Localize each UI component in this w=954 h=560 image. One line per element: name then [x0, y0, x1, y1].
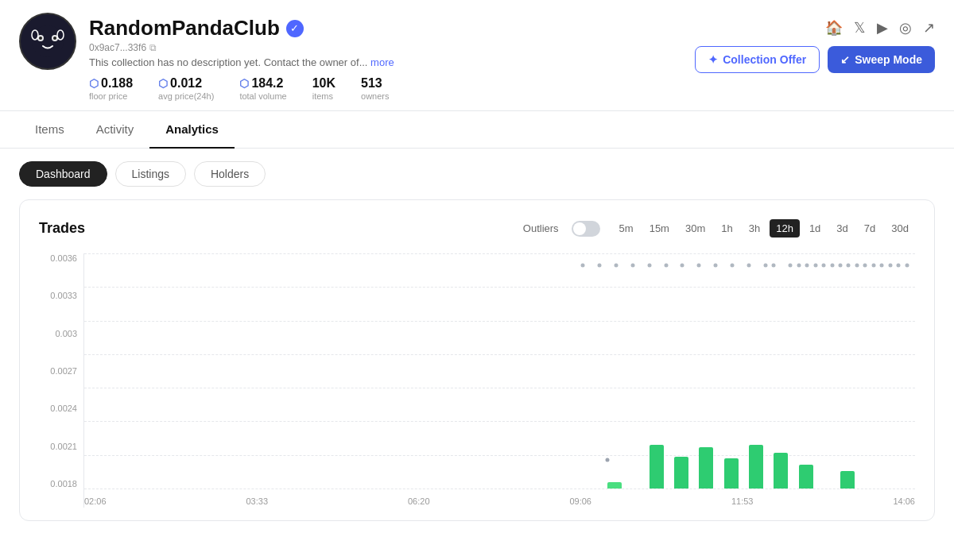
scatter-dot: [855, 263, 859, 267]
x-label: 09:06: [569, 496, 591, 506]
time-btn-5m[interactable]: 5m: [613, 219, 640, 238]
chart-controls: Outliers 5m 15m 30m 1h 3h 12h 1d 3d 7d 3…: [523, 219, 915, 238]
scatter-dot: [897, 263, 901, 267]
scatter-dot: [714, 263, 718, 267]
scatter-dot: [813, 263, 817, 267]
scatter-dot: [697, 263, 701, 267]
y-label: 0.0024: [39, 404, 83, 413]
verified-badge: ✓: [286, 20, 304, 37]
time-btn-3h[interactable]: 3h: [743, 219, 766, 238]
sub-tab-listings[interactable]: Listings: [115, 161, 186, 187]
sub-tab-dashboard[interactable]: Dashboard: [19, 161, 107, 187]
scatter-dot: [772, 263, 776, 267]
scatter-dot: [747, 263, 751, 267]
y-label: 0.0036: [39, 253, 83, 263]
svg-point-3: [39, 37, 42, 40]
time-btn-1h[interactable]: 1h: [715, 219, 739, 238]
chart-area: 0.00360.00330.0030.00270.00240.00210.001…: [39, 253, 915, 508]
chart-bar: [774, 453, 788, 489]
scatter-dot: [905, 263, 909, 267]
outliers-toggle[interactable]: [572, 221, 600, 237]
discord-icon[interactable]: ◎: [899, 19, 912, 37]
x-label: 14:06: [893, 496, 915, 506]
stat-items: 10K items: [312, 76, 335, 101]
time-btn-7d[interactable]: 7d: [858, 219, 882, 238]
sub-tab-holders[interactable]: Holders: [194, 161, 266, 187]
time-btn-30m[interactable]: 30m: [679, 219, 712, 238]
contract-address: 0x9ac7...33f6 ⧉: [89, 42, 394, 53]
collection-name: RandomPandaClub: [89, 16, 280, 41]
scatter-dot: [847, 263, 851, 267]
time-btn-15m[interactable]: 15m: [643, 219, 676, 238]
scatter-dot: [614, 263, 618, 267]
share-icon[interactable]: ↗: [923, 19, 935, 37]
sub-tabs: Dashboard Listings Holders: [0, 149, 954, 199]
scatter-dot: [880, 263, 884, 267]
stat-total-volume: ⬡ 184.2 total volume: [239, 76, 286, 101]
outliers-label: Outliers: [523, 222, 559, 234]
chart-title: Trades: [39, 220, 85, 237]
chart-plot: 02:0603:3306:2009:0611:5314:06: [83, 253, 915, 508]
scatter-dot: [822, 263, 826, 267]
eth-icon: ⬡: [89, 77, 99, 90]
twitter-icon[interactable]: 𝕏: [854, 19, 866, 37]
tab-analytics[interactable]: Analytics: [149, 111, 235, 149]
tab-items[interactable]: Items: [19, 111, 80, 149]
x-axis: 02:0603:3306:2009:0611:5314:06: [84, 489, 915, 508]
copy-icon[interactable]: ⧉: [149, 42, 157, 53]
chart-bar: [674, 457, 688, 489]
scatter-dot: [797, 263, 801, 267]
action-buttons: ✦ Collection Offer ↙ Sweep Mode: [695, 46, 935, 73]
home-icon[interactable]: 🏠: [825, 19, 843, 37]
eth-icon-3: ⬡: [239, 77, 249, 90]
chart-bar: [607, 482, 622, 489]
scatter-dot: [789, 263, 793, 267]
scatter-dot: [763, 263, 767, 267]
scatter-dot: [647, 263, 651, 267]
x-label: 06:20: [408, 496, 430, 506]
name-row: RandomPandaClub ✓: [89, 16, 394, 41]
scatter-dot: [664, 263, 668, 267]
collection-info-section: RandomPandaClub ✓ 0x9ac7...33f6 ⧉ This c…: [19, 13, 394, 110]
scatter-dot: [681, 263, 684, 267]
time-btn-30d[interactable]: 30d: [885, 219, 915, 238]
scatter-dot: [597, 263, 601, 267]
sweep-icon: ↙: [840, 53, 850, 66]
chart-bar: [699, 447, 713, 489]
sweep-mode-button[interactable]: ↙ Sweep Mode: [828, 46, 935, 73]
scatter-dot: [863, 263, 867, 267]
y-label: 0.0033: [39, 291, 83, 300]
time-btn-1d[interactable]: 1d: [803, 219, 827, 238]
svg-point-6: [57, 30, 64, 40]
chart-bar: [799, 465, 813, 489]
youtube-icon[interactable]: ▶: [877, 19, 888, 37]
scatter-dot: [838, 263, 842, 267]
scatter-dot: [731, 263, 735, 267]
y-label: 0.0027: [39, 366, 83, 376]
scatter-dot: [871, 263, 875, 267]
y-axis: 0.00360.00330.0030.00270.00240.00210.001…: [39, 253, 83, 508]
time-btn-12h[interactable]: 12h: [770, 219, 800, 238]
tab-activity[interactable]: Activity: [80, 111, 150, 149]
stat-floor-price: ⬡ 0.188 floor price: [89, 76, 133, 101]
collection-avatar: [19, 13, 76, 70]
eth-icon-2: ⬡: [158, 77, 168, 90]
chart-bar: [724, 458, 739, 489]
y-label: 0.0018: [39, 479, 83, 489]
x-label: 11:53: [731, 496, 754, 506]
stat-owners: 513 owners: [361, 76, 389, 101]
scatter-dot: [581, 263, 585, 267]
more-link[interactable]: more: [370, 56, 394, 68]
collection-details: RandomPandaClub ✓ 0x9ac7...33f6 ⧉ This c…: [89, 13, 394, 110]
scatter-dot: [805, 263, 809, 267]
svg-point-4: [53, 37, 56, 40]
header-actions: 🏠 𝕏 ▶ ◎ ↗ ✦ Collection Offer ↙ Sweep Mod…: [695, 13, 935, 73]
chart-bar: [840, 471, 855, 489]
time-btn-3d[interactable]: 3d: [830, 219, 854, 238]
scatter-dot: [630, 263, 634, 267]
collection-offer-button[interactable]: ✦ Collection Offer: [695, 46, 820, 73]
y-label: 0.0021: [39, 442, 83, 451]
chart-header: Trades Outliers 5m 15m 30m 1h 3h 12h 1d …: [39, 219, 915, 238]
x-label: 02:06: [84, 496, 107, 506]
x-label: 03:33: [246, 496, 268, 506]
